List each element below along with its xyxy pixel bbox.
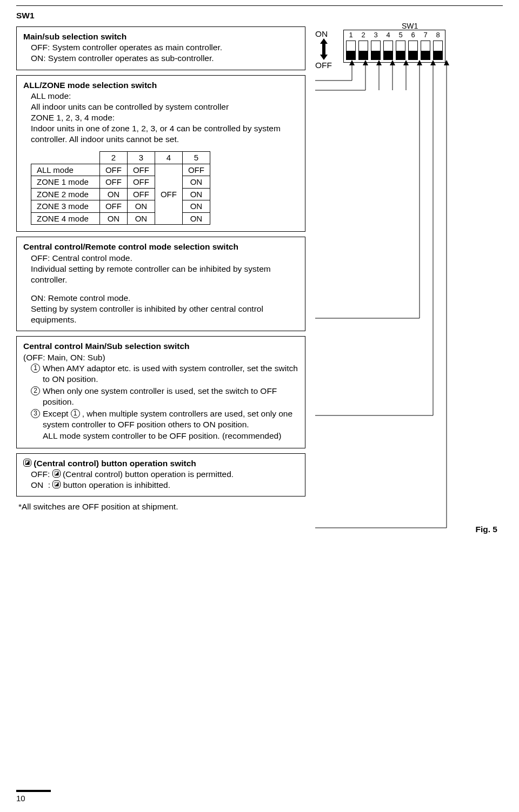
box4-title: Central control Main/Sub selection switc… [23, 341, 298, 352]
dip-3 [371, 41, 381, 60]
box-button-op: ◪ (Central control) button operation swi… [16, 453, 305, 496]
dip-1 [346, 41, 356, 60]
circled-1b-icon: 1 [71, 409, 80, 418]
dip-4 [383, 41, 393, 60]
dip-6 [408, 41, 418, 60]
page-number: 10 [16, 790, 51, 804]
box-main-sub: Main/sub selection switch OFF: System co… [16, 26, 305, 70]
box3-l4: Setting by system controller is inhibite… [31, 304, 298, 325]
th-2: 2 [99, 152, 127, 164]
circled-2-icon: 2 [31, 386, 40, 395]
section-heading: SW1 [16, 10, 503, 21]
circled-1-icon: 1 [31, 364, 40, 373]
box2-p1l1: ALL mode: [31, 91, 298, 102]
shipment-note: *All switches are OFF position at shipme… [18, 501, 305, 512]
control-key-icon: ◪ [23, 459, 31, 467]
dip-diagram: SW1 ON OFF 1 2 3 4 5 6 7 8 [315, 26, 503, 124]
row-all: ALL mode [31, 164, 100, 176]
box2-p2l2: Indoor units in one of zone 1, 2, 3, or … [31, 123, 298, 145]
dip-7 [421, 41, 430, 60]
dip-off-label: OFF [315, 60, 332, 71]
box2-p1l2: All indoor units can be controlled by sy… [31, 102, 298, 112]
box-central-remote: Central control/Remote control mode sele… [16, 237, 305, 331]
box5-l2: ON : ◪ button operation is inhibitted. [31, 480, 298, 491]
dip-2 [358, 41, 368, 60]
row-z2: ZONE 2 mode [31, 188, 100, 200]
dip-5 [396, 41, 405, 60]
box1-line2: ON: System controller operates as sub-co… [31, 53, 298, 64]
box2-title: ALL/ZONE mode selection switch [23, 80, 298, 91]
control-key-icon: ◪ [52, 469, 61, 478]
control-key-icon: ◪ [52, 480, 61, 488]
figure-label: Fig. 5 [16, 524, 497, 535]
box3-title: Central control/Remote control mode sele… [23, 241, 298, 252]
box4-i2: When only one system controller is used,… [43, 386, 298, 407]
th-5: 5 [182, 152, 210, 164]
row-z4: ZONE 4 mode [31, 212, 100, 225]
box4-sub: (OFF: Main, ON: Sub) [23, 352, 298, 363]
box3-l3: ON: Remote control mode. [31, 293, 298, 304]
box4-i3: Except 1, when multiple system controlle… [43, 408, 298, 441]
box-all-zone: ALL/ZONE mode selection switch ALL mode:… [16, 75, 305, 232]
box5-title: ◪ (Central control) button operation swi… [23, 458, 298, 469]
box2-p2l1: ZONE 1, 2, 3, 4 mode: [31, 112, 298, 123]
th-4: 4 [155, 152, 182, 164]
box1-title: Main/sub selection switch [23, 31, 298, 42]
dip-8 [433, 41, 443, 60]
col4-merged: OFF [155, 164, 182, 225]
box3-l2: Individual setting by remote controller … [31, 264, 298, 285]
mode-table: 2 3 4 5 ALL mode OFF OFF OFF OFF ZONE 1 … [31, 151, 210, 225]
svg-marker-0 [320, 38, 328, 60]
box5-l1: OFF: ◪ (Central control) button operatio… [31, 469, 298, 480]
box1-line1: OFF: System controller operates as main … [31, 42, 298, 53]
box-main-sub-central: Central control Main/Sub selection switc… [16, 336, 305, 448]
th-3: 3 [127, 152, 155, 164]
box4-i1: When AMY adaptor etc. is used with syste… [43, 363, 298, 385]
row-z3: ZONE 3 mode [31, 200, 100, 213]
row-z1: ZONE 1 mode [31, 176, 100, 189]
box3-l1: OFF: Central control mode. [31, 253, 298, 264]
up-down-arrow-icon [318, 38, 329, 60]
circled-3-icon: 3 [31, 409, 40, 418]
